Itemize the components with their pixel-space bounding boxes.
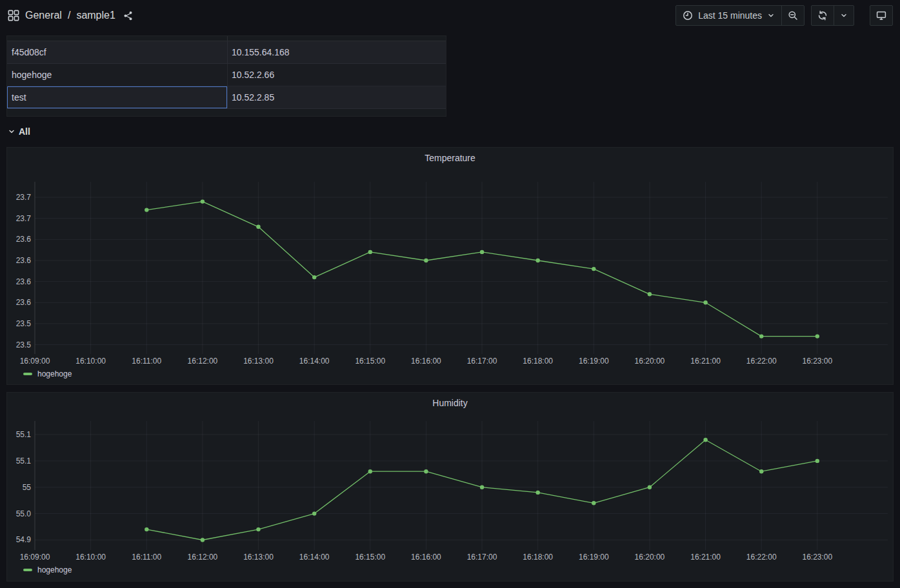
zoom-out-button[interactable] <box>781 6 804 25</box>
x-tick-label: 16:13:00 <box>243 357 274 366</box>
x-tick-label: 16:23:00 <box>802 357 832 366</box>
x-tick-label: 16:22:00 <box>746 553 777 562</box>
legend-item[interactable]: hogehoge <box>23 369 72 378</box>
x-tick-label: 16:19:00 <box>579 553 609 562</box>
y-tick-label: 55.1 <box>16 430 32 439</box>
y-tick-label: 23.7 <box>16 193 32 202</box>
refresh-group <box>811 5 854 26</box>
time-picker-group: Last 15 minutes <box>675 5 805 26</box>
table-cell-ip[interactable]: 10.52.2.85 <box>228 86 446 109</box>
x-tick-label: 16:19:00 <box>579 357 609 366</box>
x-tick-label: 16:17:00 <box>467 553 497 562</box>
legend-label: hogehoge <box>37 369 72 378</box>
legend-swatch <box>23 373 32 375</box>
x-tick-label: 16:21:00 <box>690 357 721 366</box>
chevron-down-icon <box>840 12 848 19</box>
temperature-panel: Temperature 16:09:0016:10:0016:11:0016:1… <box>6 147 894 385</box>
table-header-sliver <box>7 36 446 41</box>
x-tick-label: 16:16:00 <box>411 553 441 562</box>
x-tick-label: 16:12:00 <box>188 357 218 366</box>
refresh-button[interactable] <box>812 6 834 25</box>
monitor-icon <box>876 10 886 21</box>
share-icon[interactable] <box>123 11 133 21</box>
breadcrumb-separator: / <box>68 10 70 21</box>
legend-label: hogehoge <box>37 565 72 574</box>
x-tick-label: 16:13:00 <box>243 553 274 562</box>
table-panel: f45d08cf 10.155.64.168 hogehoge 10.52.2.… <box>6 35 446 117</box>
table-cell-name[interactable]: hogehoge <box>7 64 228 86</box>
apps-grid-icon[interactable] <box>8 10 19 21</box>
table-cell-ip[interactable]: 10.52.2.66 <box>228 64 446 86</box>
y-tick-label: 23.7 <box>16 214 32 223</box>
time-range-button[interactable]: Last 15 minutes <box>676 6 781 25</box>
x-tick-label: 16:17:00 <box>467 357 497 366</box>
table-row: hogehoge 10.52.2.66 <box>7 64 446 86</box>
row-toggle-all[interactable]: All <box>6 124 30 139</box>
y-tick-label: 23.5 <box>16 319 32 328</box>
x-tick-label: 16:12:00 <box>188 553 218 562</box>
x-tick-label: 16:11:00 <box>132 553 161 562</box>
y-tick-label: 23.6 <box>16 277 32 286</box>
breadcrumb-dashboard[interactable]: sample1 <box>76 10 115 21</box>
breadcrumb-folder[interactable]: General <box>25 10 62 21</box>
x-tick-label: 16:18:00 <box>523 553 553 562</box>
x-tick-label: 16:10:00 <box>75 553 106 562</box>
y-tick-label: 55.1 <box>16 456 32 466</box>
humidity-panel: Humidity 16:09:0016:10:0016:11:0016:12:0… <box>6 392 894 582</box>
chevron-down-icon <box>767 12 775 19</box>
table-row: test 10.52.2.85 <box>7 86 446 109</box>
table-cell-name[interactable]: f45d08cf <box>7 41 228 64</box>
x-tick-label: 16:21:00 <box>690 553 721 562</box>
x-tick-label: 16:14:00 <box>299 357 330 366</box>
kiosk-mode-button[interactable] <box>870 6 892 25</box>
kiosk-group <box>870 5 893 26</box>
dashboard-toolbar: Last 15 minutes <box>675 5 893 26</box>
y-tick-label: 55.0 <box>16 509 32 518</box>
x-tick-label: 16:20:00 <box>635 357 665 366</box>
legend-swatch <box>23 569 32 571</box>
refresh-interval-button[interactable] <box>834 6 854 25</box>
sync-icon <box>817 10 828 21</box>
x-tick-label: 16:14:00 <box>299 553 330 562</box>
grafana-dashboard: General / sample1 Last 1 <box>0 0 900 588</box>
y-tick-label: 23.6 <box>16 235 32 244</box>
humidity-chart[interactable]: 16:09:0016:10:0016:11:0016:12:0016:13:00… <box>7 393 893 581</box>
table-row: f45d08cf 10.155.64.168 <box>7 41 446 64</box>
x-tick-label: 16:22:00 <box>746 357 777 366</box>
temperature-chart[interactable]: 16:09:0016:10:0016:11:0016:12:0016:13:00… <box>7 148 893 384</box>
x-tick-label: 16:10:00 <box>75 357 106 366</box>
x-tick-label: 16:11:00 <box>132 357 161 366</box>
x-tick-label: 16:15:00 <box>355 553 385 562</box>
x-tick-label: 16:09:00 <box>20 357 50 366</box>
x-tick-label: 16:16:00 <box>411 357 441 366</box>
table-cell-ip[interactable]: 10.155.64.168 <box>228 41 446 64</box>
y-tick-label: 23.5 <box>16 340 32 349</box>
table-cell-name-focused[interactable]: test <box>7 86 228 109</box>
time-range-label: Last 15 minutes <box>698 10 762 21</box>
dashboard-header: General / sample1 Last 1 <box>0 0 900 31</box>
search-minus-icon <box>788 10 798 21</box>
row-toggle-label: All <box>19 126 30 137</box>
legend-item[interactable]: hogehoge <box>23 565 72 574</box>
x-tick-label: 16:18:00 <box>523 357 553 366</box>
x-tick-label: 16:09:00 <box>20 553 50 562</box>
x-tick-label: 16:20:00 <box>635 553 665 562</box>
x-tick-label: 16:15:00 <box>355 357 385 366</box>
y-tick-label: 23.6 <box>16 256 32 265</box>
chevron-down-icon <box>8 128 15 135</box>
plot-area[interactable] <box>35 182 888 354</box>
clock-icon <box>683 10 693 21</box>
y-tick-label: 55 <box>23 483 32 492</box>
x-tick-label: 16:23:00 <box>802 553 832 562</box>
breadcrumb: General / sample1 <box>8 10 133 21</box>
plot-area[interactable] <box>35 421 888 550</box>
y-tick-label: 54.9 <box>16 535 32 544</box>
y-tick-label: 23.6 <box>16 298 32 307</box>
